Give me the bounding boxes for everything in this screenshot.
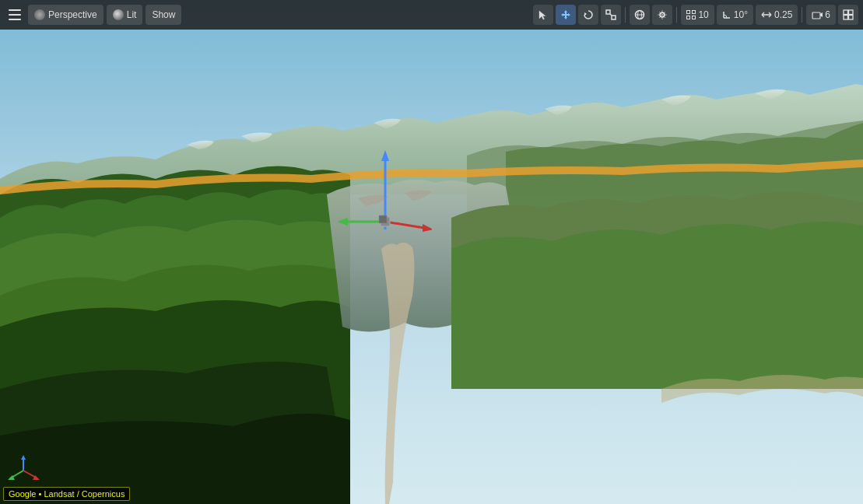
svg-rect-26 bbox=[687, 16, 690, 19]
show-button[interactable]: Show bbox=[146, 5, 181, 25]
hamburger-line bbox=[9, 19, 21, 20]
hamburger-menu-button[interactable] bbox=[5, 5, 25, 25]
move-icon bbox=[560, 9, 571, 20]
perspective-label: Perspective bbox=[48, 9, 97, 20]
svg-marker-16 bbox=[584, 12, 587, 16]
svg-rect-33 bbox=[849, 16, 854, 20]
globe-icon bbox=[634, 9, 645, 20]
svg-rect-17 bbox=[606, 10, 610, 14]
snap-button[interactable] bbox=[652, 5, 672, 25]
hamburger-line bbox=[9, 9, 21, 11]
grid-icon bbox=[686, 10, 696, 19]
svg-rect-24 bbox=[687, 11, 690, 14]
grid-button[interactable]: 10 bbox=[681, 5, 714, 25]
snap-distance-button[interactable]: 0.25 bbox=[756, 5, 798, 25]
world-button[interactable] bbox=[630, 5, 650, 25]
perspective-button[interactable]: Perspective bbox=[28, 5, 103, 25]
toolbar: Perspective Lit Show bbox=[0, 0, 863, 30]
svg-rect-28 bbox=[812, 12, 820, 19]
svg-rect-31 bbox=[849, 10, 854, 15]
attribution-label: Google • Landsat / Copernicus bbox=[3, 487, 130, 501]
cursor-icon bbox=[538, 9, 549, 20]
angle-icon bbox=[722, 10, 731, 19]
rotate-tool-button[interactable] bbox=[578, 5, 598, 25]
attribution-text: Google • Landsat / Copernicus bbox=[9, 489, 125, 499]
toolbar-right-section: 10 10° 0.25 bbox=[533, 5, 858, 25]
hamburger-line bbox=[9, 14, 21, 16]
svg-rect-25 bbox=[693, 11, 696, 14]
camera-button[interactable]: 6 bbox=[806, 5, 836, 25]
lit-icon bbox=[113, 9, 124, 20]
svg-line-19 bbox=[610, 14, 612, 16]
scale-tool-button[interactable] bbox=[601, 5, 621, 25]
snap-icon bbox=[657, 9, 668, 20]
svg-rect-30 bbox=[844, 10, 848, 15]
toolbar-divider-1 bbox=[625, 7, 626, 23]
svg-rect-18 bbox=[612, 16, 616, 19]
toolbar-divider-2 bbox=[676, 7, 677, 23]
snap-distance-value: 0.25 bbox=[774, 9, 792, 20]
angle-button[interactable]: 10° bbox=[717, 5, 753, 25]
svg-rect-27 bbox=[693, 16, 696, 19]
snap-distance-icon bbox=[761, 10, 772, 19]
show-label: Show bbox=[152, 9, 175, 20]
svg-rect-32 bbox=[844, 16, 848, 20]
perspective-icon bbox=[34, 9, 45, 20]
layout-icon bbox=[843, 9, 854, 20]
terrain-view bbox=[0, 0, 863, 504]
viewport: Perspective Lit Show bbox=[0, 0, 863, 504]
toolbar-divider-3 bbox=[802, 7, 802, 23]
move-tool-button[interactable] bbox=[556, 5, 576, 25]
lit-label: Lit bbox=[127, 9, 137, 20]
angle-value: 10° bbox=[734, 9, 748, 20]
camera-value: 6 bbox=[825, 9, 830, 20]
grid-value: 10 bbox=[698, 9, 708, 20]
rotate-icon bbox=[583, 9, 594, 20]
select-tool-button[interactable] bbox=[533, 5, 553, 25]
layout-button[interactable] bbox=[838, 5, 858, 25]
scale-icon bbox=[605, 9, 616, 20]
camera-icon bbox=[812, 10, 823, 19]
lit-button[interactable]: Lit bbox=[107, 5, 143, 25]
